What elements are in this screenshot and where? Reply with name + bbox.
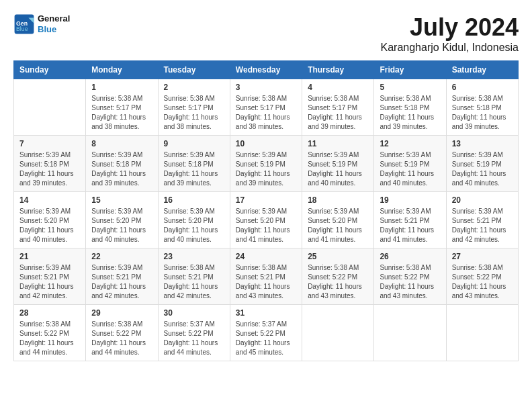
day-number: 30 <box>164 308 224 318</box>
day-number: 26 <box>380 252 440 261</box>
calendar-cell: 5Sunrise: 5:38 AMSunset: 5:18 PMDaylight… <box>374 79 446 136</box>
calendar-cell: 25Sunrise: 5:38 AMSunset: 5:22 PMDayligh… <box>302 248 374 305</box>
calendar-cell: 9Sunrise: 5:39 AMSunset: 5:18 PMDaylight… <box>158 136 230 192</box>
cell-detail: Sunrise: 5:37 AMSunset: 5:22 PMDaylight:… <box>164 320 224 357</box>
day-number: 15 <box>91 195 152 205</box>
day-number: 21 <box>19 252 80 261</box>
title-block: July 2024 Karangharjo Kidul, Indonesia <box>381 13 519 54</box>
cell-detail: Sunrise: 5:38 AMSunset: 5:22 PMDaylight:… <box>308 263 368 301</box>
day-number: 23 <box>164 252 224 261</box>
calendar-table: SundayMondayTuesdayWednesdayThursdayFrid… <box>13 60 519 361</box>
day-number: 28 <box>19 308 80 318</box>
cell-detail: Sunrise: 5:39 AMSunset: 5:18 PMDaylight:… <box>19 150 80 188</box>
day-number: 10 <box>236 139 296 148</box>
logo-line1: General <box>38 13 70 24</box>
calendar-cell: 27Sunrise: 5:38 AMSunset: 5:22 PMDayligh… <box>446 248 518 305</box>
calendar-cell: 3Sunrise: 5:38 AMSunset: 5:17 PMDaylight… <box>230 79 302 136</box>
cell-detail: Sunrise: 5:39 AMSunset: 5:19 PMDaylight:… <box>308 150 368 188</box>
cell-detail: Sunrise: 5:38 AMSunset: 5:21 PMDaylight:… <box>236 263 296 301</box>
day-number: 12 <box>380 139 440 148</box>
page-title: July 2024 <box>381 13 519 42</box>
day-number: 29 <box>91 308 152 318</box>
cell-detail: Sunrise: 5:39 AMSunset: 5:18 PMDaylight:… <box>91 150 152 188</box>
header-sunday: Sunday <box>14 61 86 79</box>
calendar-cell: 6Sunrise: 5:38 AMSunset: 5:18 PMDaylight… <box>446 79 518 136</box>
cell-detail: Sunrise: 5:38 AMSunset: 5:17 PMDaylight:… <box>236 94 296 132</box>
cell-detail: Sunrise: 5:39 AMSunset: 5:19 PMDaylight:… <box>380 150 440 188</box>
calendar-cell: 1Sunrise: 5:38 AMSunset: 5:17 PMDaylight… <box>86 79 158 136</box>
calendar-cell: 31Sunrise: 5:37 AMSunset: 5:22 PMDayligh… <box>230 305 302 361</box>
logo-line2: Blue <box>38 24 70 35</box>
cell-detail: Sunrise: 5:39 AMSunset: 5:19 PMDaylight:… <box>236 150 296 188</box>
cell-detail: Sunrise: 5:38 AMSunset: 5:22 PMDaylight:… <box>380 263 440 301</box>
day-number: 5 <box>380 83 440 92</box>
cell-detail: Sunrise: 5:39 AMSunset: 5:20 PMDaylight:… <box>236 207 296 244</box>
cell-detail: Sunrise: 5:39 AMSunset: 5:21 PMDaylight:… <box>19 263 80 301</box>
calendar-cell: 7Sunrise: 5:39 AMSunset: 5:18 PMDaylight… <box>14 136 86 192</box>
cell-detail: Sunrise: 5:39 AMSunset: 5:20 PMDaylight:… <box>308 207 368 244</box>
day-number: 25 <box>308 252 368 261</box>
cell-detail: Sunrise: 5:38 AMSunset: 5:22 PMDaylight:… <box>452 263 513 301</box>
calendar-cell: 2Sunrise: 5:38 AMSunset: 5:17 PMDaylight… <box>158 79 230 136</box>
calendar-cell <box>14 79 86 136</box>
calendar-cell: 21Sunrise: 5:39 AMSunset: 5:21 PMDayligh… <box>14 248 86 305</box>
day-number: 6 <box>452 83 513 92</box>
header-thursday: Thursday <box>302 61 374 79</box>
calendar-cell: 12Sunrise: 5:39 AMSunset: 5:19 PMDayligh… <box>374 136 446 192</box>
header-monday: Monday <box>86 61 158 79</box>
day-number: 16 <box>164 195 224 205</box>
calendar-cell: 29Sunrise: 5:38 AMSunset: 5:22 PMDayligh… <box>86 305 158 361</box>
logo-icon: Gen Blue <box>13 13 35 35</box>
cell-detail: Sunrise: 5:39 AMSunset: 5:18 PMDaylight:… <box>164 150 224 188</box>
day-number: 11 <box>308 139 368 148</box>
header-tuesday: Tuesday <box>158 61 230 79</box>
day-number: 4 <box>308 83 368 92</box>
day-number: 2 <box>164 83 224 92</box>
day-number: 8 <box>91 139 152 148</box>
calendar-week-3: 14Sunrise: 5:39 AMSunset: 5:20 PMDayligh… <box>14 192 519 248</box>
logo: Gen Blue General Blue <box>13 13 70 35</box>
calendar-cell: 24Sunrise: 5:38 AMSunset: 5:21 PMDayligh… <box>230 248 302 305</box>
cell-detail: Sunrise: 5:38 AMSunset: 5:17 PMDaylight:… <box>308 94 368 132</box>
calendar-header-row: SundayMondayTuesdayWednesdayThursdayFrid… <box>14 61 519 79</box>
calendar-cell: 22Sunrise: 5:39 AMSunset: 5:21 PMDayligh… <box>86 248 158 305</box>
calendar-cell: 30Sunrise: 5:37 AMSunset: 5:22 PMDayligh… <box>158 305 230 361</box>
cell-detail: Sunrise: 5:38 AMSunset: 5:17 PMDaylight:… <box>164 94 224 132</box>
calendar-cell <box>302 305 374 361</box>
calendar-cell: 23Sunrise: 5:38 AMSunset: 5:21 PMDayligh… <box>158 248 230 305</box>
calendar-week-5: 28Sunrise: 5:38 AMSunset: 5:22 PMDayligh… <box>14 305 519 361</box>
calendar-cell: 15Sunrise: 5:39 AMSunset: 5:20 PMDayligh… <box>86 192 158 248</box>
day-number: 13 <box>452 139 513 148</box>
header-wednesday: Wednesday <box>230 61 302 79</box>
calendar-week-2: 7Sunrise: 5:39 AMSunset: 5:18 PMDaylight… <box>14 136 519 192</box>
page-header: Gen Blue General Blue July 2024 Karangha… <box>13 13 519 54</box>
calendar-cell <box>374 305 446 361</box>
cell-detail: Sunrise: 5:37 AMSunset: 5:22 PMDaylight:… <box>236 320 296 357</box>
cell-detail: Sunrise: 5:39 AMSunset: 5:19 PMDaylight:… <box>452 150 513 188</box>
calendar-cell: 14Sunrise: 5:39 AMSunset: 5:20 PMDayligh… <box>14 192 86 248</box>
svg-text:Blue: Blue <box>16 26 28 32</box>
calendar-cell: 20Sunrise: 5:39 AMSunset: 5:21 PMDayligh… <box>446 192 518 248</box>
day-number: 22 <box>91 252 152 261</box>
cell-detail: Sunrise: 5:38 AMSunset: 5:22 PMDaylight:… <box>19 320 80 357</box>
cell-detail: Sunrise: 5:39 AMSunset: 5:20 PMDaylight:… <box>19 207 80 244</box>
cell-detail: Sunrise: 5:39 AMSunset: 5:21 PMDaylight:… <box>380 207 440 244</box>
day-number: 17 <box>236 195 296 205</box>
calendar-cell: 13Sunrise: 5:39 AMSunset: 5:19 PMDayligh… <box>446 136 518 192</box>
calendar-cell: 8Sunrise: 5:39 AMSunset: 5:18 PMDaylight… <box>86 136 158 192</box>
calendar-cell: 26Sunrise: 5:38 AMSunset: 5:22 PMDayligh… <box>374 248 446 305</box>
day-number: 9 <box>164 139 224 148</box>
calendar-cell: 19Sunrise: 5:39 AMSunset: 5:21 PMDayligh… <box>374 192 446 248</box>
day-number: 14 <box>19 195 80 205</box>
day-number: 19 <box>380 195 440 205</box>
cell-detail: Sunrise: 5:39 AMSunset: 5:21 PMDaylight:… <box>91 263 152 301</box>
day-number: 31 <box>236 308 296 318</box>
cell-detail: Sunrise: 5:38 AMSunset: 5:21 PMDaylight:… <box>164 263 224 301</box>
cell-detail: Sunrise: 5:38 AMSunset: 5:22 PMDaylight:… <box>91 320 152 357</box>
calendar-cell: 17Sunrise: 5:39 AMSunset: 5:20 PMDayligh… <box>230 192 302 248</box>
calendar-cell: 16Sunrise: 5:39 AMSunset: 5:20 PMDayligh… <box>158 192 230 248</box>
cell-detail: Sunrise: 5:38 AMSunset: 5:17 PMDaylight:… <box>91 94 152 132</box>
page-subtitle: Karangharjo Kidul, Indonesia <box>381 42 519 54</box>
day-number: 27 <box>452 252 513 261</box>
day-number: 18 <box>308 195 368 205</box>
